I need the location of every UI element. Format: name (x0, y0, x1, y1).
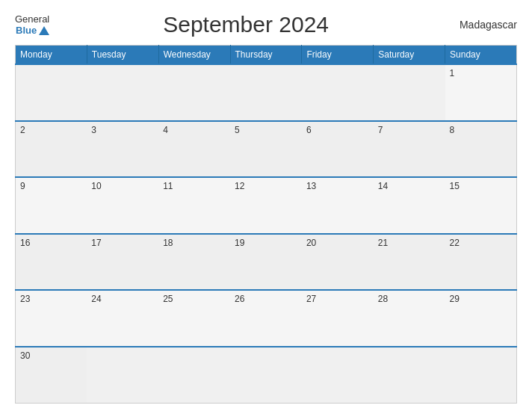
calendar-cell (16, 64, 87, 121)
calendar-cell: 1 (445, 64, 517, 121)
day-number: 6 (306, 125, 312, 135)
day-number: 11 (163, 181, 173, 191)
calendar-week-row: 1 (16, 64, 517, 121)
calendar-cell: 29 (445, 290, 517, 347)
day-number: 21 (378, 238, 388, 248)
day-number: 23 (20, 294, 30, 304)
col-tuesday: Tuesday (87, 46, 158, 65)
day-number: 24 (91, 294, 101, 304)
day-number: 3 (91, 125, 96, 135)
page: General Blue September 2024 Madagascar M… (0, 0, 532, 411)
day-number: 7 (378, 125, 383, 135)
calendar-cell: 24 (87, 290, 158, 347)
calendar-cell: 6 (302, 121, 374, 178)
calendar-cell (87, 64, 158, 121)
country-label: Madagascar (442, 19, 517, 31)
day-number: 28 (378, 294, 388, 304)
calendar-week-row: 23242526272829 (16, 290, 517, 347)
calendar-cell: 17 (87, 234, 158, 291)
day-number: 16 (20, 238, 30, 248)
calendar-header-row: Monday Tuesday Wednesday Thursday Friday… (16, 46, 517, 65)
page-title: September 2024 (49, 12, 442, 37)
calendar-cell: 2 (16, 121, 87, 178)
calendar-cell: 19 (230, 234, 302, 291)
day-number: 20 (306, 238, 316, 248)
day-number: 14 (378, 181, 388, 191)
calendar-week-row: 16171819202122 (16, 234, 517, 291)
calendar-cell: 3 (87, 121, 158, 178)
calendar-cell (445, 347, 517, 404)
day-number: 26 (235, 294, 244, 304)
day-number: 22 (450, 238, 460, 248)
day-number: 9 (20, 181, 25, 191)
calendar-week-row: 9101112131415 (16, 177, 517, 234)
day-number: 30 (20, 350, 30, 361)
day-number: 4 (163, 125, 168, 135)
calendar-cell: 28 (374, 290, 445, 347)
col-friday: Friday (302, 46, 374, 65)
calendar-week-row: 30 (16, 347, 517, 404)
calendar-cell: 10 (87, 177, 158, 234)
calendar-cell (158, 64, 230, 121)
calendar-cell: 27 (302, 290, 374, 347)
calendar-cell: 11 (158, 177, 230, 234)
day-number: 13 (306, 181, 316, 191)
logo-general: General (15, 13, 49, 25)
calendar-cell: 14 (374, 177, 445, 234)
col-sunday: Sunday (445, 46, 517, 65)
day-number: 17 (91, 238, 101, 248)
calendar-cell: 4 (158, 121, 230, 178)
calendar-cell: 26 (230, 290, 302, 347)
day-number: 15 (450, 181, 460, 191)
calendar-cell: 7 (374, 121, 445, 178)
logo-blue: Blue (16, 25, 37, 36)
calendar-cell (158, 347, 230, 404)
col-wednesday: Wednesday (158, 46, 230, 65)
day-number: 1 (450, 68, 455, 78)
calendar-cell: 22 (445, 234, 517, 291)
calendar-cell (87, 347, 158, 404)
day-number: 29 (450, 294, 460, 304)
calendar-week-row: 2345678 (16, 121, 517, 178)
col-saturday: Saturday (374, 46, 445, 65)
calendar-cell: 25 (158, 290, 230, 347)
day-number: 19 (235, 238, 244, 248)
calendar-cell: 12 (230, 177, 302, 234)
col-monday: Monday (16, 46, 87, 65)
header: General Blue September 2024 Madagascar (15, 12, 517, 37)
calendar-cell: 8 (445, 121, 517, 178)
day-number: 2 (20, 125, 25, 135)
calendar-cell: 15 (445, 177, 517, 234)
day-number: 18 (163, 238, 173, 248)
calendar-cell (374, 347, 445, 404)
calendar-cell: 18 (158, 234, 230, 291)
day-number: 10 (91, 181, 101, 191)
calendar-cell (302, 64, 374, 121)
calendar-cell: 9 (16, 177, 87, 234)
logo: General Blue (15, 13, 49, 36)
day-number: 8 (450, 125, 455, 135)
calendar-cell (230, 347, 302, 404)
calendar-cell (374, 64, 445, 121)
calendar-cell: 23 (16, 290, 87, 347)
logo-triangle-icon (39, 26, 49, 35)
day-number: 5 (235, 125, 240, 135)
calendar-cell: 30 (16, 347, 87, 404)
calendar-cell (230, 64, 302, 121)
day-number: 12 (235, 181, 244, 191)
calendar-cell (302, 347, 374, 404)
calendar-table: Monday Tuesday Wednesday Thursday Friday… (15, 45, 517, 404)
day-number: 25 (163, 294, 173, 304)
calendar-cell: 5 (230, 121, 302, 178)
col-thursday: Thursday (230, 46, 302, 65)
calendar-cell: 20 (302, 234, 374, 291)
calendar-cell: 16 (16, 234, 87, 291)
calendar-cell: 21 (374, 234, 445, 291)
day-number: 27 (306, 294, 316, 304)
calendar-cell: 13 (302, 177, 374, 234)
